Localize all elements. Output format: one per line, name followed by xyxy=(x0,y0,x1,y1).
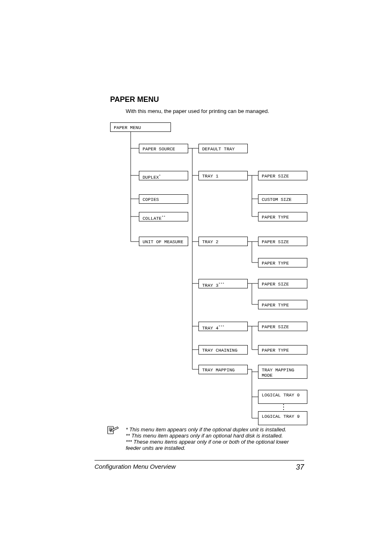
box-collate: COLLATE** xyxy=(139,212,188,221)
box-paper-type-tray4: PAPER TYPE xyxy=(258,345,307,355)
page-footer: Configuration Menu Overview 37 xyxy=(95,460,304,472)
intro-text: With this menu, the paper used for print… xyxy=(126,108,303,114)
duplex-label: DUPLEX xyxy=(143,175,159,180)
box-custom-size: CUSTOM SIZE xyxy=(258,194,307,204)
footnote-3: *** These menu items appear only if one … xyxy=(126,439,303,451)
tray3-label: TRAY 3 xyxy=(202,283,219,288)
section-heading: PAPER MENU xyxy=(110,95,303,104)
box-tray-3: TRAY 3*** xyxy=(198,279,248,288)
collate-label: COLLATE xyxy=(143,216,161,221)
box-paper-type-tray2: PAPER TYPE xyxy=(258,258,307,267)
tray4-label: TRAY 4 xyxy=(202,326,219,331)
footer-title: Configuration Menu Overview xyxy=(95,463,176,470)
box-paper-source: PAPER SOURCE xyxy=(139,144,188,153)
box-unit-of-measure: UNIT OF MEASURE xyxy=(139,237,188,246)
ellipsis-dots: ··· xyxy=(282,403,284,411)
box-paper-type-tray1: PAPER TYPE xyxy=(258,212,307,221)
box-paper-menu: PAPER MENU xyxy=(110,122,171,132)
box-tray-chaining: TRAY CHAINING xyxy=(198,345,248,355)
box-paper-type-tray3: PAPER TYPE xyxy=(258,300,307,309)
tray4-footnote-mark: *** xyxy=(219,325,224,328)
footnote-2: ** This menu item appears only if an opt… xyxy=(126,433,303,439)
box-copies: COPIES xyxy=(139,194,188,204)
footnote-1: * This menu item appears only if the opt… xyxy=(126,426,303,433)
collate-footnote-mark: ** xyxy=(161,215,166,219)
box-tray-2: TRAY 2 xyxy=(198,237,248,246)
footnotes: * This menu item appears only if the opt… xyxy=(126,426,303,451)
note-icon xyxy=(107,426,119,436)
box-duplex: DUPLEX* xyxy=(139,171,188,180)
box-tray-1: TRAY 1 xyxy=(198,171,248,180)
footer-page-number: 37 xyxy=(296,463,304,472)
box-tray-mapping-mode: TRAY MAPPING MODE xyxy=(258,365,307,379)
box-paper-size-tray3: PAPER SIZE xyxy=(258,279,307,288)
box-paper-size-tray4: PAPER SIZE xyxy=(258,322,307,331)
diagram-connectors xyxy=(110,122,311,426)
box-tray-mapping: TRAY MAPPING xyxy=(198,365,248,374)
menu-diagram: PAPER MENU PAPER SOURCE DUPLEX* COPIES C… xyxy=(110,122,303,422)
tray3-footnote-mark: *** xyxy=(219,282,224,286)
box-paper-size-tray2: PAPER SIZE xyxy=(258,237,307,246)
duplex-footnote-mark: * xyxy=(159,174,161,177)
box-tray-4: TRAY 4*** xyxy=(198,322,248,331)
box-paper-size-tray1: PAPER SIZE xyxy=(258,171,307,180)
box-logical-tray-9: LOGICAL TRAY 9 xyxy=(258,411,307,425)
box-default-tray: DEFAULT TRAY xyxy=(198,144,248,153)
